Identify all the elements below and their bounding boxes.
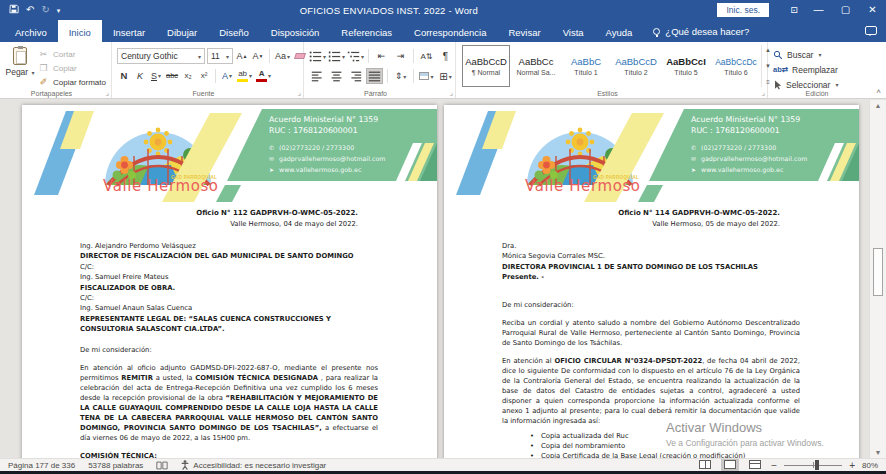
multilevel-list-icon — [347, 50, 360, 63]
font-size-combobox[interactable]: 11▾ — [207, 48, 233, 64]
tab-referencias[interactable]: Referencias — [330, 20, 403, 42]
multilevel-list-button[interactable]: ▾ — [347, 48, 364, 64]
zoom-slider[interactable] — [784, 465, 842, 466]
scroll-up-icon[interactable]: ▲ — [870, 102, 886, 109]
italic-button[interactable]: K — [133, 68, 147, 83]
sort-button[interactable]: A⇅ — [418, 48, 435, 64]
vertical-scrollbar[interactable]: ▲ ▼ — [869, 100, 886, 458]
justify-button[interactable] — [366, 68, 383, 84]
tab-correspondencia[interactable]: Correspondencia — [403, 20, 497, 42]
save-icon[interactable] — [9, 4, 19, 16]
print-layout-button[interactable] — [721, 459, 739, 472]
replace-icon: ab⇄ — [773, 65, 788, 74]
style-card-titulo5[interactable]: AaBbCcI Título 5 — [662, 45, 710, 87]
replace-button[interactable]: ab⇄ Reemplazar — [773, 63, 838, 76]
justify-icon — [368, 70, 381, 83]
tab-dibujar[interactable]: Dibujar — [156, 20, 208, 42]
align-left-button[interactable] — [309, 68, 326, 84]
comments-icon[interactable] — [865, 26, 877, 35]
collapse-ribbon-icon[interactable]: ˄ — [876, 87, 881, 96]
page-indicator[interactable]: Página 177 de 336 — [8, 461, 75, 470]
undo-icon[interactable]: ↶ — [26, 5, 34, 15]
text-effects-button[interactable]: A▾ — [220, 68, 234, 83]
qat-customize-icon[interactable]: ▾ — [57, 7, 61, 14]
superscript-button[interactable]: x² — [197, 68, 211, 83]
tab-insertar[interactable]: Insertar — [102, 20, 156, 42]
paste-button[interactable]: Pegar ▾ — [5, 45, 35, 77]
scrollbar-thumb[interactable] — [873, 248, 883, 296]
underline-button[interactable]: S▾ — [149, 68, 163, 83]
close-button[interactable]: ✕ — [859, 0, 886, 20]
salutation: De mi consideración: — [80, 345, 378, 355]
borders-button[interactable]: ⊞▾ — [437, 68, 454, 84]
style-card-titulo6[interactable]: AaBbCcDc Título 6 — [712, 45, 760, 87]
tab-vista[interactable]: Vista — [552, 20, 595, 42]
letterhead-org-name: Valle Hermoso — [103, 177, 219, 195]
align-right-button[interactable] — [347, 68, 364, 84]
tell-me-box[interactable]: ¿Qué desea hacer? — [643, 20, 759, 42]
group-edicion: Buscar▾ ab⇄ Reemplazar Seleccionar▾ Edic… — [768, 42, 866, 98]
copy-button[interactable]: ❐ Copiar — [38, 62, 106, 75]
document-page-1[interactable]: Acuerdo Ministerial N° 1359 RUC : 176812… — [22, 105, 437, 458]
cut-button[interactable]: ✂ Cortar — [38, 48, 106, 61]
style-card-titulo2[interactable]: AaBbCcD Título 2 — [612, 45, 660, 87]
grow-font-button[interactable]: A▲ — [235, 49, 249, 64]
scroll-down-icon[interactable]: ▼ — [870, 449, 886, 456]
tab-disposicion[interactable]: Disposición — [260, 20, 331, 42]
font-color-bar — [256, 79, 267, 82]
redo-icon[interactable]: ↻ — [41, 5, 49, 15]
section-heading: COMISIÓN TÉCNICA: — [80, 451, 378, 458]
list-item: Copia Certificada de la Base Legal (crea… — [530, 451, 800, 458]
accessibility-status[interactable]: Accesibilidad: es necesario investigar — [181, 460, 326, 470]
subscript-button[interactable]: x₂ — [181, 68, 195, 83]
proofing-status[interactable] — [156, 461, 168, 470]
ribbon-display-options-icon[interactable]: ⊡ — [783, 5, 805, 15]
style-card-sin-espaciado[interactable]: AaBbCc Normal Sa... — [512, 45, 560, 87]
bullets-button[interactable]: ▾ — [309, 48, 326, 64]
tab-diseno[interactable]: Diseño — [208, 20, 260, 42]
tab-revisar[interactable]: Revisar — [497, 20, 551, 42]
tab-inicio[interactable]: Inicio — [58, 20, 102, 42]
line-spacing-button[interactable]: ⇕▾ — [392, 68, 409, 84]
change-case-button[interactable]: Aa▾ — [274, 49, 291, 64]
dialog-launcher-icon[interactable]: ⌟ — [762, 89, 765, 96]
search-icon — [773, 50, 783, 60]
highlight-button[interactable]: ab▾ — [236, 68, 253, 83]
show-formatting-marks-button[interactable]: ¶ — [437, 48, 454, 64]
web-layout-button[interactable] — [746, 459, 764, 472]
shading-button[interactable]: ▾ — [418, 68, 435, 84]
document-page-2[interactable]: Acuerdo Ministerial N° 1359 RUC : 176812… — [444, 105, 859, 458]
style-card-normal[interactable]: AaBbCcD ¶ Normal — [462, 45, 510, 87]
bold-button[interactable]: N — [117, 68, 131, 83]
numbering-button[interactable]: ▾ — [328, 48, 345, 64]
zoom-out-button[interactable]: − — [771, 460, 777, 471]
dialog-launcher-icon[interactable]: ⌟ — [298, 89, 301, 96]
zoom-level[interactable]: 80% — [862, 461, 878, 470]
strikethrough-button[interactable]: abc — [165, 68, 179, 83]
word-count[interactable]: 53788 palabras — [88, 461, 143, 470]
zoom-in-button[interactable]: + — [849, 460, 855, 471]
tab-ayuda[interactable]: Ayuda — [595, 20, 644, 42]
read-mode-button[interactable] — [696, 459, 714, 472]
format-painter-button[interactable]: ✐ Copiar formato — [38, 76, 106, 89]
align-center-button[interactable] — [328, 68, 345, 84]
quick-access-toolbar: ↶ ↻ ▾ — [0, 4, 60, 16]
signin-button[interactable]: Inic. ses. — [717, 3, 769, 17]
increase-indent-button[interactable]: ⇥ — [392, 48, 409, 64]
font-family-combobox[interactable]: Century Gothic▾ — [117, 48, 205, 64]
style-card-titulo1[interactable]: AaBbC Título 1 — [562, 45, 610, 87]
zoom-slider-thumb[interactable] — [815, 460, 819, 470]
decrease-indent-button[interactable]: ⇤ — [373, 48, 390, 64]
mail-icon: ✉ — [691, 153, 701, 164]
letterhead: Acuerdo Ministerial N° 1359 RUC : 176812… — [22, 105, 437, 202]
restore-button[interactable]: ▢ — [832, 0, 859, 20]
minimize-button[interactable]: — — [805, 0, 832, 20]
cursor-icon: ➤ — [691, 164, 701, 175]
tab-archivo[interactable]: Archivo — [4, 20, 58, 42]
dialog-launcher-icon[interactable]: ⌟ — [106, 89, 109, 96]
shrink-font-button[interactable]: A▼ — [251, 49, 265, 64]
font-color-button[interactable]: A▾ — [255, 68, 272, 83]
align-center-icon — [330, 70, 343, 83]
dialog-launcher-icon[interactable]: ⌟ — [450, 89, 453, 96]
find-button[interactable]: Buscar▾ — [773, 48, 838, 61]
